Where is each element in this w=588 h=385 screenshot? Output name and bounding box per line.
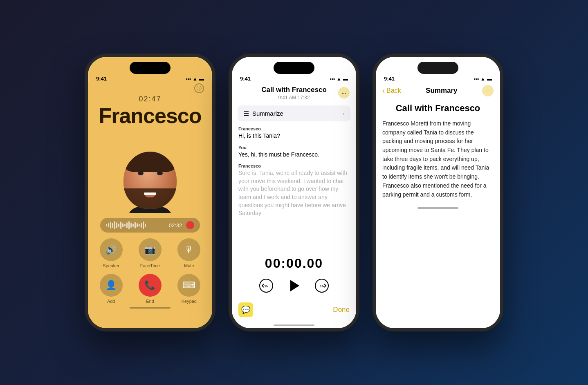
- summarize-chevron-icon: ›: [343, 110, 345, 117]
- wave-bar: [116, 222, 117, 228]
- dynamic-island-3: [417, 62, 458, 74]
- add-button[interactable]: 👤 Add: [94, 274, 128, 304]
- wave-bar: [122, 223, 123, 227]
- mute-label: Mute: [184, 263, 194, 268]
- status-bar-1: 9:41 ▪▪▪ ▲ ▬: [88, 74, 212, 82]
- memoji-eye-right: [157, 171, 163, 175]
- wave-bar: [143, 222, 144, 229]
- signal-icon-2: ▪▪▪: [330, 76, 335, 82]
- wave-bar: [141, 223, 142, 228]
- wave-bar: [130, 223, 132, 228]
- info-icon[interactable]: ⓘ: [194, 83, 204, 93]
- call-screen-content: ⓘ 02:47 Francesco: [88, 82, 212, 329]
- home-bar-1: [130, 307, 171, 309]
- svg-text:15: 15: [264, 284, 268, 288]
- end-label: End: [146, 299, 154, 304]
- message-1: Francesco Hi, is this Tania?: [238, 126, 350, 140]
- facetime-label: FaceTime: [140, 263, 160, 268]
- summary-nav-title: Summary: [426, 87, 457, 95]
- caller-name: Francesco: [99, 103, 201, 128]
- wave-bar: [145, 224, 146, 227]
- signal-icon-3: ▪▪▪: [474, 76, 479, 82]
- status-time-1: 9:41: [96, 76, 107, 82]
- mute-button[interactable]: 🎙 Mute: [173, 238, 206, 268]
- wave-bar: [108, 223, 109, 227]
- summarize-button[interactable]: ☰ Summarize ›: [238, 105, 350, 121]
- wave-bar: [137, 223, 138, 227]
- transcript-header: Call with Francesco 9:41 AM 17:32 ···: [232, 82, 356, 104]
- status-bar-3: 9:41 ▪▪▪ ▲ ▬: [376, 74, 500, 82]
- skip-forward-button[interactable]: 15: [314, 278, 329, 293]
- skip-back-button[interactable]: 15: [259, 278, 274, 293]
- phone-2-transcript-screen: 9:41 ▪▪▪ ▲ ▬ Call with Francesco 9:41 AM…: [229, 54, 359, 331]
- facetime-button[interactable]: 📷 FaceTime: [133, 238, 166, 268]
- dynamic-island-1: [130, 62, 171, 74]
- skip-back-icon: 15: [259, 278, 274, 293]
- wifi-icon-3: ▲: [480, 76, 485, 82]
- speaker-3: Francesco: [238, 163, 350, 168]
- message-text-2: Yes, hi, this must be Francesco.: [238, 151, 350, 159]
- mute-btn-circle: 🎙: [177, 238, 200, 261]
- waveform-bar: 02:32: [100, 218, 200, 233]
- add-btn-circle: 👤: [100, 274, 123, 297]
- play-icon: [290, 280, 299, 291]
- keypad-btn-circle: ⌨: [177, 274, 200, 297]
- message-text-1: Hi, is this Tania?: [238, 132, 350, 140]
- transcript-chat-button[interactable]: 💬: [238, 302, 253, 317]
- back-button[interactable]: ‹ Back: [382, 87, 401, 95]
- done-button[interactable]: Done: [333, 306, 350, 314]
- transcript-footer: 💬 Done: [232, 299, 356, 321]
- memoji-eyes: [123, 171, 177, 175]
- home-bar-3: [417, 207, 458, 209]
- summary-content: ‹ Back Summary ··· Call with Francesco F…: [376, 82, 500, 329]
- summary-more-button[interactable]: ···: [482, 85, 494, 96]
- end-btn-circle: 📞: [139, 274, 162, 297]
- keypad-button[interactable]: ⌨ Keypad: [173, 274, 206, 304]
- wave-bar: [114, 221, 115, 229]
- back-label: Back: [386, 87, 401, 94]
- summary-body: Call with Francesco Francesco Moretti fr…: [376, 98, 500, 204]
- summary-title: Call with Francesco: [382, 103, 494, 114]
- transcript-messages: Francesco Hi, is this Tania? You Yes, hi…: [232, 123, 356, 253]
- transcript-title: Call with Francesco: [240, 86, 348, 94]
- wave-bar: [139, 224, 140, 226]
- transcript-more-button[interactable]: ···: [338, 87, 350, 98]
- call-buttons-grid: 🔊 Speaker 📷 FaceTime 🎙 Mute 👤 Add 📞 End …: [94, 238, 206, 304]
- waveform-visual: [106, 221, 165, 229]
- chat-icon: 💬: [241, 305, 250, 314]
- keypad-label: Keypad: [182, 299, 197, 304]
- phone-1-call-screen: 9:41 ▪▪▪ ▲ ▬ ⓘ 02:47 Francesco: [85, 54, 215, 331]
- svg-text:15: 15: [320, 284, 324, 288]
- transcript-content: Call with Francesco 9:41 AM 17:32 ··· ☰ …: [232, 82, 356, 329]
- wave-bar: [106, 224, 107, 226]
- memoji-hair: [126, 152, 175, 172]
- battery-icon-1: ▬: [199, 76, 204, 82]
- message-3: Francesco Sure is. Tania, we're all read…: [238, 163, 350, 217]
- battery-icon-2: ▬: [343, 76, 348, 82]
- wave-bar: [132, 224, 134, 227]
- wave-bar: [126, 222, 128, 228]
- message-text-3: Sure is. Tania, we're all ready to assis…: [238, 169, 350, 217]
- play-button[interactable]: [285, 277, 303, 295]
- memoji-head: [123, 152, 177, 209]
- transcript-subtitle: 9:41 AM 17:32: [240, 95, 348, 101]
- wave-bar: [110, 222, 111, 228]
- status-bar-2: 9:41 ▪▪▪ ▲ ▬: [232, 74, 356, 82]
- wifi-icon-2: ▲: [337, 76, 341, 82]
- battery-icon-3: ▬: [487, 76, 492, 82]
- playback-timer: 00:00.00: [232, 253, 356, 274]
- recording-time: 02:32: [169, 222, 182, 228]
- wave-bar: [112, 223, 113, 228]
- wave-bar: [124, 224, 126, 226]
- memoji-avatar: [123, 152, 177, 213]
- end-call-button[interactable]: 📞 End: [133, 274, 166, 304]
- speaker-btn-circle: 🔊: [100, 238, 123, 261]
- recording-indicator: [186, 221, 194, 229]
- memoji-teeth: [144, 192, 156, 195]
- status-icons-1: ▪▪▪ ▲ ▬: [186, 76, 204, 82]
- skip-forward-icon: 15: [314, 278, 329, 293]
- wave-bar: [118, 224, 119, 227]
- call-timer: 02:47: [139, 95, 161, 103]
- speaker-button[interactable]: 🔊 Speaker: [94, 238, 128, 268]
- phone-3-summary-screen: 9:41 ▪▪▪ ▲ ▬ ‹ Back Summary ··· Call wit…: [373, 54, 503, 331]
